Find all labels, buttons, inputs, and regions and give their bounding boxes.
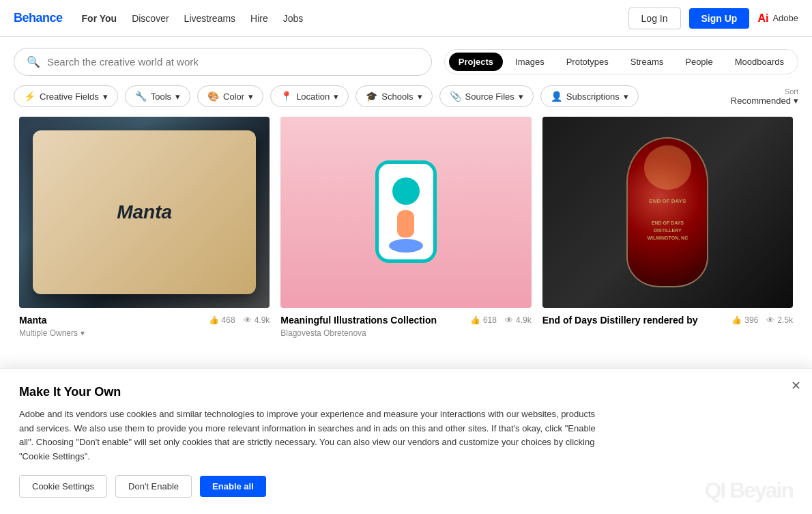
sort-dropdown[interactable]: Recommended ▾ (731, 96, 798, 106)
views-stat-manta: 👁 4.9k (244, 315, 270, 325)
tab-images[interactable]: Images (506, 53, 554, 71)
search-section: 🔍 Projects Images Prototypes Streams Peo… (0, 37, 812, 76)
dropdown-icon: ▾ (81, 328, 85, 338)
views-count-manta: 4.9k (255, 315, 270, 325)
tab-streams[interactable]: Streams (621, 53, 673, 71)
project-author-illustrations: Blagovesta Obretenova (280, 328, 531, 338)
logo[interactable]: Behance (14, 11, 63, 25)
filter-subscriptions[interactable]: 👤 Subscriptions ▾ (540, 85, 639, 107)
project-info-distillery: End of Days Distillery rendered by 👍 396… (542, 308, 793, 328)
project-title-illustrations: Meaningful Illustrations Collection (280, 315, 437, 326)
project-title-distillery: End of Days Distillery rendered by (542, 315, 698, 326)
nav-livestreams[interactable]: Livestreams (184, 13, 235, 24)
header: Behance For You Discover Livestreams Hir… (0, 0, 812, 37)
likes-count-distillery: 396 (744, 315, 758, 325)
filter-color[interactable]: 🎨 Color ▾ (197, 85, 263, 107)
chevron-down-icon-6: ▾ (519, 91, 523, 102)
likes-stat-illustrations: 👍 618 (470, 315, 497, 325)
filter-schools-label: Schools (381, 91, 413, 102)
search-input[interactable] (47, 56, 419, 68)
filter-tools[interactable]: 🔧 Tools ▾ (125, 85, 190, 107)
author-name-manta: Multiple Owners (19, 328, 78, 338)
main-nav: For You Discover Livestreams Hire Jobs (82, 13, 304, 24)
filter-color-label: Color (223, 91, 244, 102)
project-info-illustrations: Meaningful Illustrations Collection 👍 61… (280, 308, 531, 341)
chevron-down-icon-7: ▾ (624, 91, 628, 102)
source-files-icon: 📎 (450, 91, 461, 102)
signup-button[interactable]: Sign Up (689, 8, 750, 29)
likes-count-illustrations: 618 (483, 315, 497, 325)
project-stats-distillery: 👍 396 👁 2.5k (731, 315, 793, 325)
schools-icon: 🎓 (366, 91, 377, 102)
nav-for-you[interactable]: For You (82, 13, 117, 24)
like-icon-3: 👍 (731, 315, 742, 325)
header-right: Log In Sign Up Ai Adobe (628, 8, 798, 29)
project-stats-illustrations: 👍 618 👁 4.9k (470, 315, 532, 325)
bottle-graphic: END OF DAYSDISTILLERYWILMINGTON, NC (626, 137, 708, 287)
filter-creative-fields-label: Creative Fields (40, 91, 99, 102)
sort-label: Sort (785, 87, 798, 96)
author-name-illustrations: Blagovesta Obretenova (280, 328, 366, 338)
project-stats-manta: 👍 468 👁 4.9k (209, 315, 270, 325)
adobe-label: Adobe (772, 13, 798, 23)
project-meta-distillery: End of Days Distillery rendered by 👍 396… (542, 315, 793, 326)
filters-bar: ⚡ Creative Fields ▾ 🔧 Tools ▾ 🎨 Color ▾ … (0, 76, 812, 117)
project-thumb-illustrations (280, 117, 531, 308)
filter-schools[interactable]: 🎓 Schools ▾ (356, 85, 432, 107)
filter-creative-fields[interactable]: ⚡ Creative Fields ▾ (14, 85, 118, 107)
filter-location[interactable]: 📍 Location ▾ (270, 85, 349, 107)
logo-text: Behance (14, 11, 63, 25)
project-card-distillery[interactable]: END OF DAYSDISTILLERYWILMINGTON, NC End … (537, 117, 798, 341)
view-icon: 👁 (244, 315, 252, 325)
view-icon-3: 👁 (766, 315, 774, 325)
filter-tools-label: Tools (151, 91, 171, 102)
tab-moodboards[interactable]: Moodboards (725, 53, 794, 71)
tab-projects[interactable]: Projects (449, 53, 503, 71)
sort-value-text: Recommended (731, 96, 791, 106)
chevron-down-icon-2: ▾ (175, 91, 180, 102)
nav-jobs[interactable]: Jobs (283, 13, 304, 24)
search-bar: 🔍 (14, 48, 432, 76)
tab-prototypes[interactable]: Prototypes (557, 53, 618, 71)
nav-hire[interactable]: Hire (250, 13, 268, 24)
distillery-image: END OF DAYSDISTILLERYWILMINGTON, NC (542, 117, 793, 308)
likes-stat-manta: 👍 468 (209, 315, 235, 325)
project-meta-manta: Manta 👍 468 👁 4.9k (19, 315, 270, 326)
header-left: Behance For You Discover Livestreams Hir… (14, 11, 303, 25)
search-tabs: Projects Images Prototypes Streams Peopl… (444, 49, 798, 74)
project-card-manta[interactable]: Manta 👍 468 👁 4.9k Multiple Owners ▾ (14, 117, 275, 341)
subscriptions-icon: 👤 (551, 91, 562, 102)
views-count-distillery: 2.5k (777, 315, 793, 325)
chevron-down-icon-4: ▾ (334, 91, 338, 102)
project-thumb-distillery: END OF DAYSDISTILLERYWILMINGTON, NC (542, 117, 793, 308)
views-count-illustrations: 4.9k (516, 315, 532, 325)
views-stat-distillery: 👁 2.5k (766, 315, 793, 325)
tab-people[interactable]: People (676, 53, 722, 71)
illustration-image (280, 117, 531, 308)
color-icon: 🎨 (207, 91, 219, 102)
adobe-icon: Ai (757, 12, 768, 25)
project-title-manta: Manta (19, 315, 46, 326)
project-meta-illustrations: Meaningful Illustrations Collection 👍 61… (280, 315, 531, 326)
manta-image (19, 117, 270, 308)
like-icon: 👍 (209, 315, 219, 325)
like-icon-2: 👍 (470, 315, 480, 325)
project-card-illustrations[interactable]: Meaningful Illustrations Collection 👍 61… (275, 117, 536, 341)
likes-stat-distillery: 👍 396 (731, 315, 758, 325)
view-icon-2: 👁 (505, 315, 513, 325)
projects-grid: Manta 👍 468 👁 4.9k Multiple Owners ▾ (0, 117, 812, 353)
filter-subscriptions-label: Subscriptions (566, 91, 620, 102)
filter-source-files-label: Source Files (465, 91, 514, 102)
chevron-down-icon: ▾ (103, 91, 108, 102)
tools-icon: 🔧 (135, 91, 147, 102)
creative-fields-icon: ⚡ (24, 91, 35, 102)
chevron-down-icon-5: ▾ (418, 91, 422, 102)
nav-discover[interactable]: Discover (132, 13, 169, 24)
filter-source-files[interactable]: 📎 Source Files ▾ (439, 85, 534, 107)
project-info-manta: Manta 👍 468 👁 4.9k Multiple Owners ▾ (19, 308, 270, 341)
views-stat-illustrations: 👁 4.9k (505, 315, 532, 325)
adobe-logo: Ai Adobe (757, 12, 798, 25)
project-thumb-manta (19, 117, 270, 308)
project-author-manta: Multiple Owners ▾ (19, 328, 270, 338)
login-button[interactable]: Log In (628, 8, 681, 29)
